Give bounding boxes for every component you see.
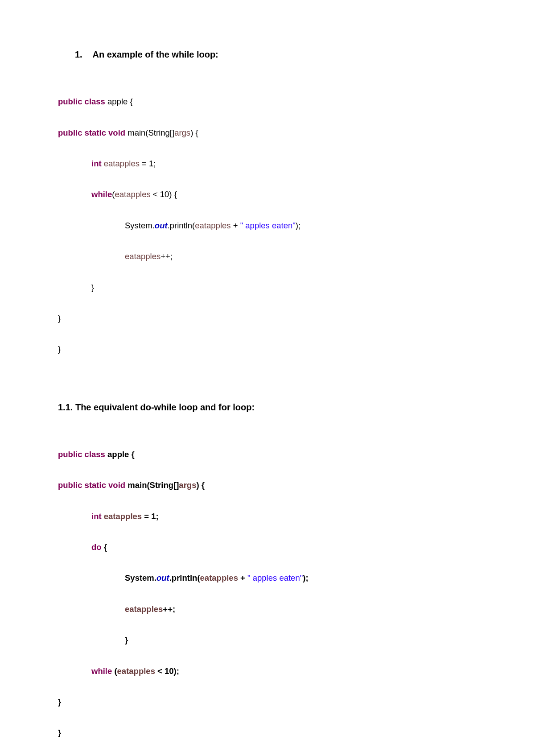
code-line: public class apple { xyxy=(58,96,477,107)
code-line: do { xyxy=(91,542,477,552)
heading-1-text: An example of the while loop: xyxy=(93,50,218,59)
code-line: System.out.println(eatapples + " apples … xyxy=(125,220,477,231)
code-block-1: public class apple { public static void … xyxy=(58,76,477,375)
heading-1-number: 1. xyxy=(75,49,82,60)
code-block-2: public class apple { public static void … xyxy=(58,429,477,756)
code-line: } xyxy=(58,727,477,738)
heading-1: 1. An example of the while loop: xyxy=(58,49,477,60)
code-line: eatapples++; xyxy=(125,251,477,261)
code-line: public class apple { xyxy=(58,449,477,459)
code-line: } xyxy=(91,282,477,293)
subheading-1-1: 1.1. The equivalent do-while loop and fo… xyxy=(58,402,477,413)
code-line: eatapples++; xyxy=(125,604,477,614)
code-line: } xyxy=(58,313,477,323)
code-line: int eatapples = 1; xyxy=(91,158,477,169)
code-line: while (eatapples < 10); xyxy=(91,666,477,676)
document-page: 1. An example of the while loop: public … xyxy=(0,0,535,756)
code-line: public static void main(String[]args) { xyxy=(58,480,477,490)
code-line: while(eatapples < 10) { xyxy=(91,189,477,199)
code-line: int eatapples = 1; xyxy=(91,511,477,521)
code-line: public static void main(String[]args) { xyxy=(58,128,477,138)
code-line: } xyxy=(58,697,477,707)
code-line: } xyxy=(58,344,477,354)
code-line: } xyxy=(125,635,477,645)
code-line: System.out.println(eatapples + " apples … xyxy=(125,573,477,583)
